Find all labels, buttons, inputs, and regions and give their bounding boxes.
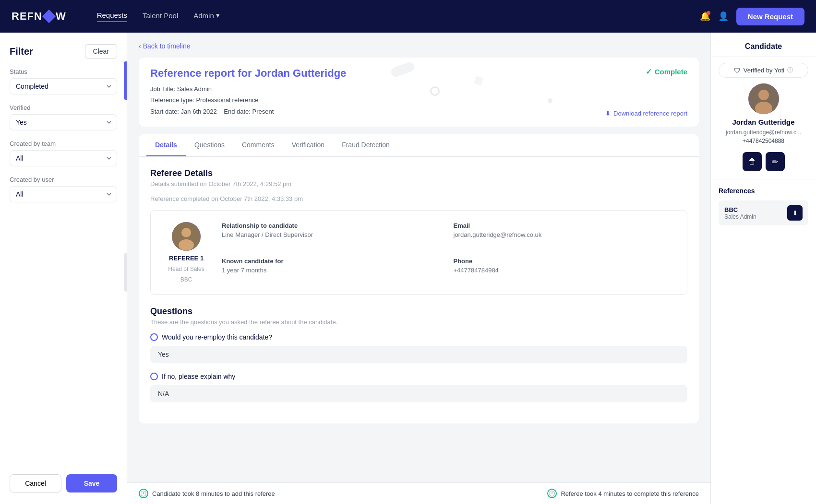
report-header: ✓ Complete Reference report for Jordan G… (139, 58, 699, 127)
filter-header: Filter Clear (10, 44, 117, 59)
referee-company: BBC (180, 276, 192, 283)
sidebar-actions: Cancel Save (10, 465, 117, 492)
new-request-button[interactable]: New Request (736, 8, 804, 25)
sidebar: Filter Clear Status Completed All Pendin… (0, 33, 127, 504)
reference-company: BBC (724, 206, 756, 213)
download-link[interactable]: ⬇ Download reference report (605, 110, 687, 117)
reference-role: Sales Admin (724, 213, 756, 220)
created-by-team-filter: Created by team All (10, 140, 117, 166)
filter-title: Filter (10, 46, 33, 57)
question-label-2: If no, please explain why (150, 373, 687, 380)
candidate-name: Jordan Gutteridge (711, 118, 816, 126)
chevron-down-icon: ▾ (216, 11, 220, 20)
sidebar-accent (124, 61, 127, 100)
svg-point-1 (181, 228, 191, 237)
question-item-1: Would you re-employ this candidate? Yes (150, 333, 687, 363)
created-by-user-select[interactable]: All (10, 186, 117, 202)
bottom-bar: 🕐 Candidate took 8 minutes to add this r… (127, 482, 710, 504)
phone-group: Phone +447784784984 (454, 258, 676, 283)
email-value: jordan.gutteridge@refnow.co.uk (454, 231, 676, 238)
tab-verification[interactable]: Verification (283, 134, 333, 156)
questions-list: Would you re-employ this candidate? Yes … (150, 333, 687, 402)
stat-1: 🕐 Candidate took 8 minutes to add this r… (139, 489, 275, 498)
status-label: Status (10, 68, 117, 75)
edit-candidate-button[interactable]: ✏ (766, 152, 785, 171)
questions-subtitle: These are the questions you asked the re… (150, 318, 687, 326)
nav-talent-pool[interactable]: Talent Pool (143, 11, 178, 22)
verified-filter: Verified Yes All No (10, 104, 117, 130)
notifications-button[interactable]: 🔔 (700, 11, 710, 22)
sidebar-accent2 (124, 253, 127, 292)
reference-item-info: BBC Sales Admin (724, 206, 756, 220)
completed-date: Reference completed on October 7th 2022,… (150, 195, 687, 202)
tab-bar: Details Questions Comments Verification … (139, 134, 699, 157)
stat-2: 🕐 Referee took 4 minutes to complete thi… (547, 489, 699, 498)
back-arrow-icon: ‹ (139, 42, 141, 50)
nav-requests[interactable]: Requests (97, 11, 127, 22)
references-title: References (719, 187, 808, 195)
relationship-group: Relationship to candidate Line Manager /… (222, 222, 444, 248)
phone-label: Phone (454, 258, 676, 265)
created-by-user-filter: Created by user All (10, 176, 117, 202)
svg-point-4 (758, 90, 769, 100)
email-group: Email jordan.gutteridge@refnow.co.uk (454, 222, 676, 248)
referee-left: REFEREE 1 Head of Sales BBC (162, 222, 210, 283)
question-answer-1: Yes (150, 346, 687, 363)
back-link[interactable]: ‹ Back to timeline (139, 42, 699, 50)
created-by-user-label: Created by user (10, 176, 117, 183)
referee-info-grid: Relationship to candidate Line Manager /… (222, 222, 675, 283)
save-button[interactable]: Save (66, 474, 117, 492)
layout: Filter Clear Status Completed All Pendin… (0, 33, 816, 504)
reference-item: BBC Sales Admin ⬇ (719, 200, 808, 225)
referee-role: Head of Sales (168, 266, 204, 272)
verified-select[interactable]: Yes All No (10, 114, 117, 130)
tab-details[interactable]: Details (146, 134, 186, 156)
known-group: Known candidate for 1 year 7 months (222, 258, 444, 283)
known-label: Known candidate for (222, 258, 444, 265)
verified-badge: 🛡 Verified by Yoti ⓘ (719, 63, 808, 78)
download-reference-button[interactable]: ⬇ (787, 205, 803, 221)
svg-point-2 (179, 239, 194, 251)
cancel-button[interactable]: Cancel (10, 474, 61, 492)
content-card: Referee Details Details submitted on Oct… (139, 157, 699, 423)
relationship-label: Relationship to candidate (222, 222, 444, 229)
candidate-email: jordan.gutteridge@refnow.c... (711, 129, 816, 136)
referee-card: REFEREE 1 Head of Sales BBC Relationship… (150, 210, 687, 295)
tab-questions[interactable]: Questions (186, 134, 233, 156)
nav-links: Requests Talent Pool Admin ▾ (97, 11, 681, 22)
question-item-2: If no, please explain why N/A (150, 373, 687, 402)
reference-type-line: Reference type: Professional reference (150, 94, 687, 105)
notification-dot (707, 11, 710, 15)
email-label: Email (454, 222, 676, 229)
tab-comments[interactable]: Comments (233, 134, 283, 156)
delete-candidate-button[interactable]: 🗑 (743, 152, 762, 171)
referee-details-title: Referee Details (150, 168, 687, 178)
phone-value: +447784784984 (454, 267, 676, 274)
candidate-phone: +447842504888 (711, 138, 816, 144)
known-value: 1 year 7 months (222, 267, 444, 274)
candidate-actions: 🗑 ✏ (711, 152, 816, 171)
created-by-team-label: Created by team (10, 140, 117, 147)
decorative-blob-2 (430, 86, 440, 96)
right-panel: Candidate 🛡 Verified by Yoti ⓘ Jordan Gu… (710, 33, 816, 504)
main-content: ‹ Back to timeline ✓ Complete Reference … (127, 33, 710, 504)
report-title: Reference report for Jordan Gutteridge (150, 67, 687, 80)
verified-label: Verified (10, 104, 117, 111)
profile-button[interactable]: 👤 (718, 11, 729, 22)
question-answer-2: N/A (150, 385, 687, 402)
created-by-team-select[interactable]: All (10, 150, 117, 166)
tab-fraud-detection[interactable]: Fraud Detection (333, 134, 398, 156)
status-select[interactable]: Completed All Pending In Progress (10, 78, 117, 94)
logo: REFNW (12, 10, 66, 23)
verified-icon: 🛡 (734, 67, 741, 74)
nav-admin[interactable]: Admin ▾ (193, 11, 220, 22)
job-title-line: Job Title: Sales Admin (150, 83, 687, 94)
clear-button[interactable]: Clear (85, 44, 117, 59)
check-circle-icon: ✓ (646, 67, 652, 76)
info-icon: ⓘ (787, 66, 793, 74)
question-circle-1 (150, 333, 158, 341)
download-icon: ⬇ (605, 110, 611, 117)
nav-right: 🔔 👤 New Request (700, 8, 804, 25)
candidate-avatar (748, 83, 779, 114)
decorative-blob-4 (548, 98, 552, 103)
